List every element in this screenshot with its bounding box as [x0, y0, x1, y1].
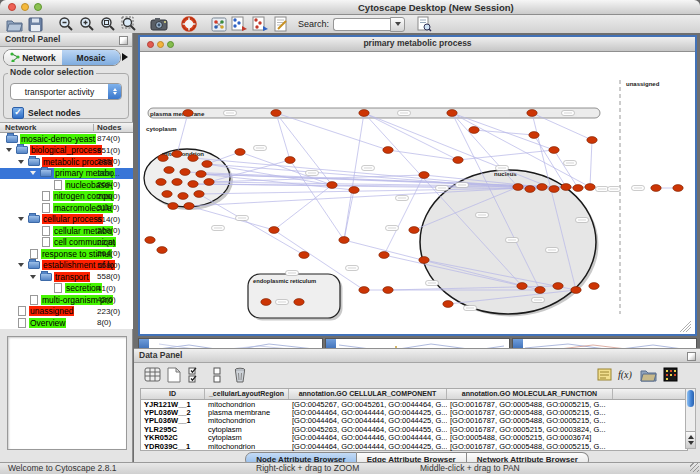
- tab-mosaic[interactable]: Mosaic: [62, 50, 120, 65]
- network-node[interactable]: [235, 149, 245, 156]
- network-tree-row[interactable]: transport558(0): [0, 271, 133, 283]
- delete-attribute-icon[interactable]: [230, 365, 250, 384]
- disclosure-triangle-icon[interactable]: [18, 217, 24, 221]
- network-node[interactable]: [549, 186, 559, 193]
- network-node[interactable]: [269, 227, 279, 234]
- float-panel-icon[interactable]: [119, 36, 128, 45]
- save-session-icon[interactable]: [25, 16, 46, 33]
- network-tree-row[interactable]: unassigned223(0): [0, 306, 133, 318]
- network-node[interactable]: [168, 203, 178, 210]
- network-node[interactable]: [145, 237, 155, 244]
- network-node[interactable]: [339, 237, 349, 244]
- network-node[interactable]: [188, 155, 198, 162]
- import-vizmap-icon[interactable]: [229, 16, 250, 33]
- network-node[interactable]: [453, 157, 463, 164]
- network-node[interactable]: [651, 185, 661, 192]
- network-tree-row[interactable]: cellular process614(0): [0, 214, 133, 226]
- open-session-icon[interactable]: [4, 16, 25, 33]
- network-node[interactable]: [419, 172, 429, 179]
- attribute-batch-editor-icon[interactable]: [594, 365, 614, 384]
- minimize-window-icon[interactable]: [21, 3, 29, 11]
- birds-eye-view[interactable]: [7, 336, 127, 450]
- network-node[interactable]: [184, 203, 194, 210]
- network-node[interactable]: [261, 299, 271, 306]
- unselect-all-attributes-icon[interactable]: [208, 365, 228, 384]
- search-input[interactable]: [333, 18, 390, 31]
- network-node[interactable]: [180, 169, 190, 176]
- network-node[interactable]: [517, 283, 527, 290]
- network-canvas[interactable]: plasma membranecytoplasmmitochondrionnuc…: [140, 52, 695, 335]
- apply-layout-icon[interactable]: [250, 16, 271, 33]
- network-node[interactable]: [585, 184, 595, 191]
- network-node[interactable]: [571, 287, 581, 294]
- network-node[interactable]: [202, 161, 212, 168]
- column-nodes[interactable]: Nodes: [97, 123, 121, 133]
- network-tree-row[interactable]: primary metabo209(...: [0, 168, 133, 180]
- enhanced-search-index-icon[interactable]: [414, 16, 435, 33]
- network-node[interactable]: [443, 301, 453, 308]
- disclosure-triangle-icon[interactable]: [18, 160, 24, 164]
- network-node[interactable]: [194, 191, 204, 198]
- network-window-title-bar[interactable]: primary metabolic process: [140, 37, 695, 52]
- network-tree-row[interactable]: nucleobase-209(0): [0, 179, 133, 191]
- zoom-selected-region-icon[interactable]: [118, 16, 139, 33]
- import-attributes-icon[interactable]: [638, 365, 658, 384]
- network-tree-row[interactable]: multi-organism pro42(0): [0, 294, 133, 306]
- network-node[interactable]: [409, 227, 419, 234]
- network-node[interactable]: [196, 171, 206, 178]
- help-lifesaver-icon[interactable]: [178, 16, 199, 33]
- network-node[interactable]: [587, 137, 597, 144]
- network-node[interactable]: [164, 167, 174, 174]
- table-row[interactable]: YDR039C__1mitochondrion[GO:0044464, GO:0…: [141, 442, 687, 450]
- network-node[interactable]: [529, 132, 539, 139]
- select-attributes-icon[interactable]: [142, 365, 162, 384]
- network-node[interactable]: [188, 181, 198, 188]
- tab-network[interactable]: Network: [4, 50, 62, 65]
- network-node[interactable]: [525, 186, 535, 193]
- network-node[interactable]: [589, 283, 599, 290]
- network-node[interactable]: [359, 287, 369, 294]
- search-dropdown-button[interactable]: [390, 17, 405, 32]
- network-node[interactable]: [537, 184, 547, 191]
- function-builder-icon[interactable]: f(x): [616, 365, 636, 384]
- network-tree-row[interactable]: nitrogen compo209(0): [0, 191, 133, 203]
- column-header[interactable]: _cellularLayoutRegion: [205, 389, 289, 399]
- network-node[interactable]: [513, 184, 523, 191]
- scrollbar-arrows[interactable]: [686, 431, 695, 448]
- create-annotation-icon[interactable]: [271, 16, 292, 33]
- network-node[interactable]: [573, 185, 583, 192]
- disclosure-triangle-icon[interactable]: [30, 275, 36, 279]
- network-view-window[interactable]: primary metabolic process plasma membran…: [138, 35, 697, 336]
- create-new-attribute-icon[interactable]: [164, 365, 184, 384]
- network-node[interactable]: [383, 287, 393, 294]
- network-node[interactable]: [447, 110, 457, 117]
- float-panel-icon[interactable]: [687, 352, 696, 361]
- network-node[interactable]: [419, 257, 429, 264]
- network-tree-row[interactable]: Overview8(0): [0, 317, 133, 329]
- zoom-in-icon[interactable]: [76, 16, 97, 33]
- network-tree-row[interactable]: metabolic process280(0): [0, 156, 133, 168]
- disclosure-triangle-icon[interactable]: [30, 171, 36, 175]
- window-title-bar[interactable]: Cytoscape Desktop (New Session): [0, 0, 700, 15]
- network-node[interactable]: [158, 155, 168, 162]
- network-node[interactable]: [379, 252, 389, 259]
- network-node[interactable]: [527, 110, 537, 117]
- table-scrollbar[interactable]: [685, 388, 696, 449]
- network-node[interactable]: [178, 193, 188, 200]
- network-node[interactable]: [183, 110, 193, 117]
- close-window-icon[interactable]: [8, 3, 16, 11]
- network-tree-row[interactable]: cell communicat22(0): [0, 237, 133, 249]
- scrollbar-thumb[interactable]: [687, 390, 694, 407]
- network-node[interactable]: [535, 287, 545, 294]
- network-node[interactable]: [299, 252, 309, 259]
- select-nodes-checkbox[interactable]: ✓: [12, 107, 24, 119]
- network-node[interactable]: [469, 127, 479, 134]
- column-header[interactable]: annotation.GO MOLECULAR_FUNCTION: [447, 389, 613, 399]
- network-tree-row[interactable]: establishment of lo558(0): [0, 260, 133, 272]
- network-tree-row[interactable]: biological_process651(0): [0, 145, 133, 157]
- network-node[interactable]: [383, 147, 393, 154]
- network-node[interactable]: [349, 187, 359, 194]
- network-node[interactable]: [673, 185, 683, 192]
- column-network[interactable]: Network: [5, 123, 37, 133]
- disclosure-triangle-icon[interactable]: [6, 148, 12, 152]
